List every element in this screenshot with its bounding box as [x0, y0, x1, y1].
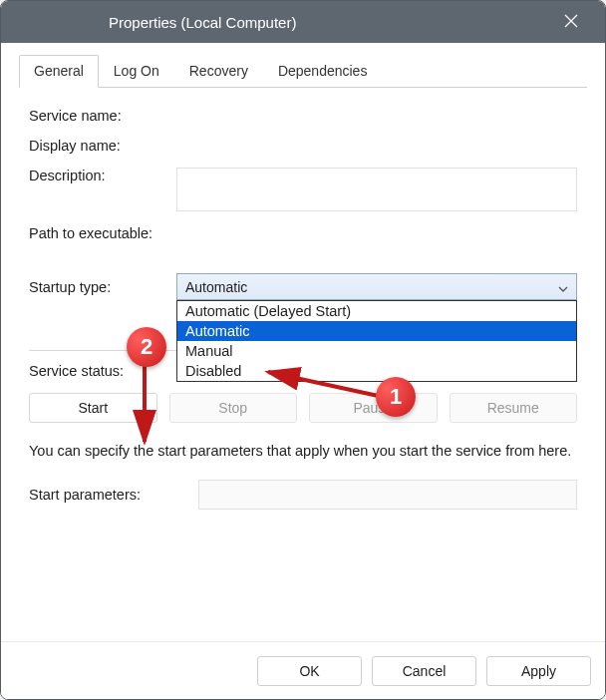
- apply-button[interactable]: Apply: [486, 656, 591, 686]
- option-delayed[interactable]: Automatic (Delayed Start): [177, 301, 576, 321]
- tab-general[interactable]: General: [19, 55, 99, 88]
- description-box[interactable]: [176, 168, 577, 211]
- tab-logon[interactable]: Log On: [99, 55, 174, 87]
- service-status-label: Service status:: [29, 363, 176, 379]
- startup-type-selected: Automatic: [185, 279, 247, 295]
- dialog-footer: OK Cancel Apply: [1, 641, 605, 699]
- pause-button: Pause: [309, 393, 438, 423]
- tabs: General Log On Recovery Dependencies: [19, 55, 587, 88]
- display-name-label: Display name:: [29, 138, 176, 154]
- general-panel: Service name: Display name: Description:…: [19, 88, 587, 641]
- note-text: You can specify the start parameters tha…: [29, 441, 577, 462]
- description-label: Description:: [29, 168, 176, 183]
- tab-dependencies[interactable]: Dependencies: [263, 55, 383, 87]
- start-parameters-input: [198, 480, 577, 510]
- window-title: Properties (Local Computer): [15, 14, 296, 31]
- startup-type-combo[interactable]: Automatic Automatic (Delayed Start) Auto…: [176, 273, 577, 300]
- cancel-button[interactable]: Cancel: [372, 656, 476, 686]
- resume-button: Resume: [450, 393, 578, 423]
- chevron-down-icon: [558, 279, 568, 295]
- option-disabled[interactable]: Disabled: [177, 361, 576, 381]
- tab-recovery[interactable]: Recovery: [174, 55, 263, 87]
- properties-dialog: Properties (Local Computer) General Log …: [0, 0, 606, 700]
- close-icon[interactable]: [551, 14, 591, 31]
- option-automatic[interactable]: Automatic: [177, 321, 576, 341]
- stop-button: Stop: [169, 393, 298, 423]
- ok-button[interactable]: OK: [257, 656, 362, 686]
- start-parameters-label: Start parameters:: [29, 487, 198, 503]
- path-label: Path to executable:: [29, 225, 152, 241]
- startup-type-label: Startup type:: [29, 279, 176, 295]
- startup-type-list: Automatic (Delayed Start) Automatic Manu…: [176, 300, 577, 382]
- service-name-label: Service name:: [29, 108, 176, 124]
- start-button[interactable]: Start: [29, 393, 157, 423]
- annotation-badge-2: 2: [127, 327, 166, 367]
- option-manual[interactable]: Manual: [177, 341, 576, 361]
- titlebar: Properties (Local Computer): [1, 1, 605, 43]
